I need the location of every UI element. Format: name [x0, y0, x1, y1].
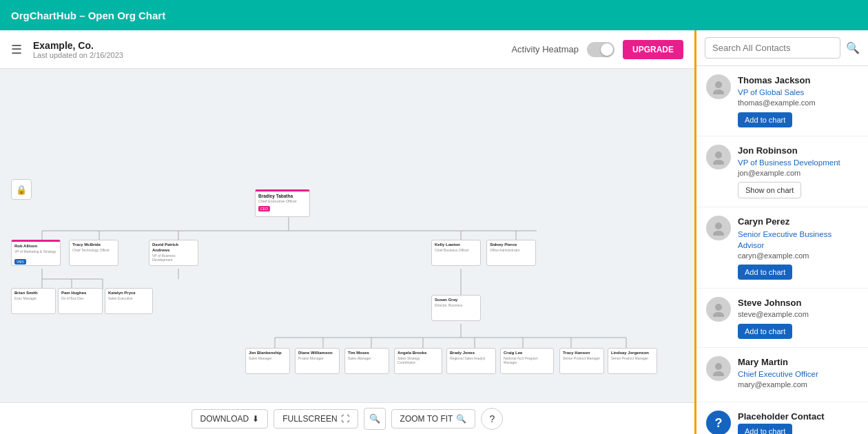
org-node-l2-5[interactable]: Sidney Pierce Office Administrator — [486, 240, 536, 266]
contact-name: Caryn Perez — [738, 216, 858, 228]
app-title: OrgChartHub – Open Org Chart — [11, 10, 165, 21]
org-node-l4-8[interactable]: Lindsay Jorgenson Senior Product Manager — [608, 348, 657, 374]
org-node-l2-2[interactable]: Tracy McBride Chief Technology Officer — [69, 240, 118, 266]
contact-role: VP of Global Sales — [738, 87, 858, 98]
bottom-toolbar: DOWNLOAD ⬇ FULLSCREEN ⛶ 🔍 ZOOM TO FIT 🔍 … — [0, 402, 694, 434]
zoom-out-button[interactable]: 🔍 — [364, 408, 386, 430]
org-node-l4-7[interactable]: Tracy Hanson Senior Product Manager — [559, 348, 604, 374]
org-node-l4-1[interactable]: Jim Blankenship Sales Manager — [245, 348, 290, 374]
svg-point-29 — [715, 223, 722, 229]
add-to-chart-button[interactable]: Add to chart — [738, 265, 792, 280]
placeholder-avatar: ? — [706, 411, 731, 434]
org-info: Example, Co. Last updated on 2/16/2023 — [33, 40, 123, 59]
avatar — [706, 145, 731, 169]
contact-email: thomas@example.com — [738, 98, 858, 108]
contact-info: Thomas Jackson VP of Global Sales thomas… — [738, 74, 858, 127]
contact-email: jon@example.com — [738, 168, 858, 178]
fullscreen-label: FULLSCREEN — [282, 414, 337, 424]
contact-role: VP of Business Development — [738, 157, 858, 168]
zoom-to-fit-label: ZOOM TO FIT — [400, 414, 453, 424]
avatar — [706, 356, 731, 381]
help-button[interactable]: ? — [481, 408, 503, 430]
org-node-l2-1[interactable]: Rob Allison VP of Marketing & Strategy V… — [11, 240, 61, 266]
contact-item: ? Placeholder Contact Add to chart — [696, 402, 868, 434]
avatar — [706, 297, 731, 322]
contact-name: Mary Martin — [738, 356, 858, 369]
right-panel: 🔍 Thomas Jackson VP of Global Sales thom… — [694, 30, 868, 434]
contact-email: steve@example.com — [738, 309, 858, 320]
svg-point-30 — [713, 231, 724, 236]
toolbar: ☰ Example, Co. Last updated on 2/16/2023… — [0, 30, 694, 69]
org-node-l3-4[interactable]: Susan Gray Director, Business — [431, 295, 481, 321]
search-input[interactable] — [705, 37, 840, 59]
svg-point-28 — [713, 160, 724, 165]
contact-info: Jon Robinson VP of Business Development … — [738, 145, 858, 199]
svg-point-26 — [713, 90, 724, 94]
org-node-l4-2[interactable]: Diane Williamson Project Manager — [295, 348, 340, 374]
contact-info: Caryn Perez Senior Executive Business Ad… — [738, 216, 858, 280]
add-to-chart-button[interactable]: Add to chart — [738, 324, 792, 339]
svg-point-25 — [715, 81, 722, 88]
svg-point-33 — [715, 363, 722, 370]
org-node-l4-4[interactable]: Angela Brooks Sales Strategy Coordinator — [394, 348, 442, 374]
org-node-l4-3[interactable]: Tim Moses Sales Manager — [344, 348, 389, 374]
contact-info: Mary Martin Chief Executive Officer mary… — [738, 356, 858, 394]
search-icon[interactable]: 🔍 — [846, 41, 860, 54]
contact-name: Steve Johnson — [738, 297, 858, 309]
header: OrgChartHub – Open Org Chart — [0, 0, 868, 30]
fullscreen-icon: ⛶ — [341, 414, 349, 424]
svg-point-27 — [715, 152, 722, 158]
add-to-chart-button[interactable]: Add to chart — [738, 112, 792, 127]
contact-name: Placeholder Contact — [738, 411, 858, 423]
fullscreen-button[interactable]: FULLSCREEN ⛶ — [273, 409, 358, 428]
contact-name: Jon Robinson — [738, 145, 858, 157]
chart-area: 🔒 — [0, 69, 694, 434]
org-node-l3-3[interactable]: Katelyn Pryce Sales Executive — [105, 288, 153, 314]
contact-role: Chief Executive Officer — [738, 369, 858, 380]
contact-item: Thomas Jackson VP of Global Sales thomas… — [696, 66, 868, 136]
contact-item: Steve Johnson steve@example.com Add to c… — [696, 289, 868, 348]
org-node-root[interactable]: Bradley Tabatha Chief Executive Officer … — [255, 189, 310, 217]
contact-name: Thomas Jackson — [738, 74, 858, 87]
contact-info: Steve Johnson steve@example.com Add to c… — [738, 297, 858, 339]
avatar — [706, 216, 731, 240]
download-button[interactable]: DOWNLOAD ⬇ — [192, 409, 269, 428]
contact-email: mary@example.com — [738, 380, 858, 390]
contact-item: Jon Robinson VP of Business Development … — [696, 136, 868, 208]
zoom-to-fit-icon: 🔍 — [456, 414, 466, 424]
contact-role: Senior Executive Business Advisor — [738, 229, 858, 251]
left-panel: ☰ Example, Co. Last updated on 2/16/2023… — [0, 30, 694, 434]
org-node-l4-6[interactable]: Craig Lee National Acct Program Manager — [500, 348, 554, 374]
svg-point-34 — [713, 371, 724, 376]
zoom-out-icon: 🔍 — [369, 413, 380, 424]
avatar — [706, 74, 731, 99]
toolbar-right: Activity Heatmap UPGRADE — [511, 40, 683, 59]
contact-item: Caryn Perez Senior Executive Business Ad… — [696, 207, 868, 289]
svg-point-32 — [713, 312, 724, 317]
search-box: 🔍 — [696, 30, 868, 66]
download-label: DOWNLOAD — [200, 414, 249, 424]
add-to-chart-button[interactable]: Add to chart — [738, 424, 792, 434]
org-name: Example, Co. — [33, 40, 123, 51]
help-icon: ? — [490, 413, 495, 424]
contact-item: Mary Martin Chief Executive Officer mary… — [696, 348, 868, 403]
heatmap-toggle[interactable] — [587, 42, 614, 57]
contact-email: caryn@example.com — [738, 251, 858, 261]
contacts-list: Thomas Jackson VP of Global Sales thomas… — [696, 66, 868, 434]
org-node-l2-4[interactable]: Kelly Lawton Chief Business Officer — [431, 240, 481, 266]
org-updated: Last updated on 2/16/2023 — [33, 51, 123, 59]
org-node-l2-3[interactable]: David Patrick Andrews VP of Business Dev… — [149, 240, 198, 266]
contact-info: Placeholder Contact Add to chart — [738, 411, 858, 434]
download-icon: ⬇ — [252, 414, 259, 424]
upgrade-button[interactable]: UPGRADE — [623, 40, 683, 59]
svg-point-31 — [715, 304, 722, 311]
org-node-l4-5[interactable]: Brady Jones Regional Sales Analyst — [446, 348, 496, 374]
heatmap-label: Activity Heatmap — [511, 44, 579, 54]
show-on-chart-button[interactable]: Show on chart — [738, 182, 801, 198]
org-node-l3-1[interactable]: Brian Smith Exec Manager — [11, 288, 56, 314]
menu-icon[interactable]: ☰ — [11, 42, 22, 57]
main-layout: ☰ Example, Co. Last updated on 2/16/2023… — [0, 30, 868, 434]
org-node-l3-2[interactable]: Pam Hughes Dir of Bus Dev — [58, 288, 103, 314]
zoom-to-fit-button[interactable]: ZOOM TO FIT 🔍 — [391, 409, 476, 428]
